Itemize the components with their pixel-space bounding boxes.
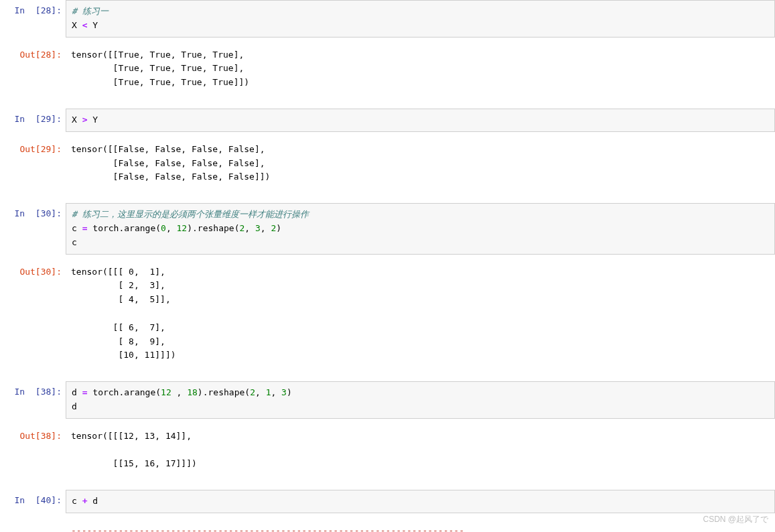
input-cell: In [38]:d = torch.arange(12 , 18).reshap…: [0, 381, 775, 419]
input-cell: In [40]:c + d: [0, 490, 775, 513]
output-cell: Out[28]:tensor([[True, True, True, True]…: [0, 44, 775, 94]
code-input-area[interactable]: # 练习二，这里显示的是必须两个张量维度一样才能进行操作 c = torch.a…: [66, 203, 775, 254]
code-token: X: [72, 115, 82, 125]
code-token: d: [72, 387, 82, 397]
output-prompt: Out[38]:: [0, 425, 66, 475]
error-cell: ----------------------------------------…: [0, 520, 775, 532]
code-token: d: [72, 401, 77, 411]
code-token: ).reshape(: [187, 223, 239, 233]
code-token: ): [287, 387, 292, 397]
code-token: d: [87, 496, 98, 506]
watermark: CSDN @起风了で: [703, 514, 768, 525]
output-text: tensor([[True, True, True, True], [True,…: [66, 44, 775, 94]
output-cell: Out[38]:tensor([[[12, 13, 14]], [[15, 16…: [0, 425, 775, 475]
output-prompt: Out[28]:: [0, 44, 66, 94]
code-token: ,: [255, 387, 266, 397]
code-token: ,: [166, 223, 177, 233]
code-token: ): [276, 223, 281, 233]
code-token: 0: [161, 223, 166, 233]
code-token: c: [72, 223, 82, 233]
output-text: tensor([[False, False, False, False], [F…: [66, 139, 775, 188]
code-token: # 练习二，这里显示的是必须两个张量维度一样才能进行操作: [72, 209, 309, 219]
code-token: ).reshape(: [198, 387, 250, 397]
code-token: 12: [161, 387, 171, 397]
code-token: ,: [244, 223, 255, 233]
error-output: ----------------------------------------…: [66, 520, 775, 532]
input-cell: In [30]:# 练习二，这里显示的是必须两个张量维度一样才能进行操作 c =…: [0, 203, 775, 254]
code-input-area[interactable]: # 练习一 X < Y: [66, 0, 775, 38]
code-token: 3: [281, 387, 287, 397]
output-cell: Out[29]:tensor([[False, False, False, Fa…: [0, 139, 775, 188]
input-prompt: In [38]:: [0, 381, 66, 419]
code-token: Y: [87, 115, 98, 125]
code-token: Y: [87, 20, 98, 30]
input-prompt: In [30]:: [0, 203, 66, 254]
input-prompt: In [28]:: [0, 0, 66, 38]
input-cell: In [29]:X > Y: [0, 109, 775, 132]
code-token: ,: [171, 387, 187, 397]
code-token: ,: [271, 387, 281, 397]
output-text: tensor([[[ 0, 1], [ 2, 3], [ 4, 5]], [[ …: [66, 261, 775, 367]
code-token: 18: [187, 387, 198, 397]
code-input-area[interactable]: c + d: [66, 490, 775, 513]
output-cell: Out[30]:tensor([[[ 0, 1], [ 2, 3], [ 4, …: [0, 261, 775, 367]
code-token: ,: [261, 223, 271, 233]
code-token: torch.arange(: [87, 223, 161, 233]
input-prompt: In [40]:: [0, 490, 66, 513]
code-input-area[interactable]: d = torch.arange(12 , 18).reshape(2, 1, …: [66, 381, 775, 419]
output-text: tensor([[[12, 13, 14]], [[15, 16, 17]]]): [66, 425, 775, 475]
code-token: 12: [177, 223, 188, 233]
input-prompt: In [29]:: [0, 109, 66, 132]
code-token: X: [72, 20, 82, 30]
error-separator: ----------------------------------------…: [71, 525, 464, 532]
empty-prompt: [0, 520, 66, 532]
code-token: 2: [250, 387, 255, 397]
code-token: c: [72, 237, 77, 247]
code-token: 3: [255, 223, 261, 233]
code-input-area[interactable]: X > Y: [66, 109, 775, 132]
code-token: c: [72, 496, 82, 506]
input-cell: In [28]:# 练习一 X < Y: [0, 0, 775, 38]
code-token: torch.arange(: [87, 387, 161, 397]
output-prompt: Out[30]:: [0, 261, 66, 367]
code-token: # 练习一: [72, 6, 109, 16]
output-prompt: Out[29]:: [0, 139, 66, 188]
